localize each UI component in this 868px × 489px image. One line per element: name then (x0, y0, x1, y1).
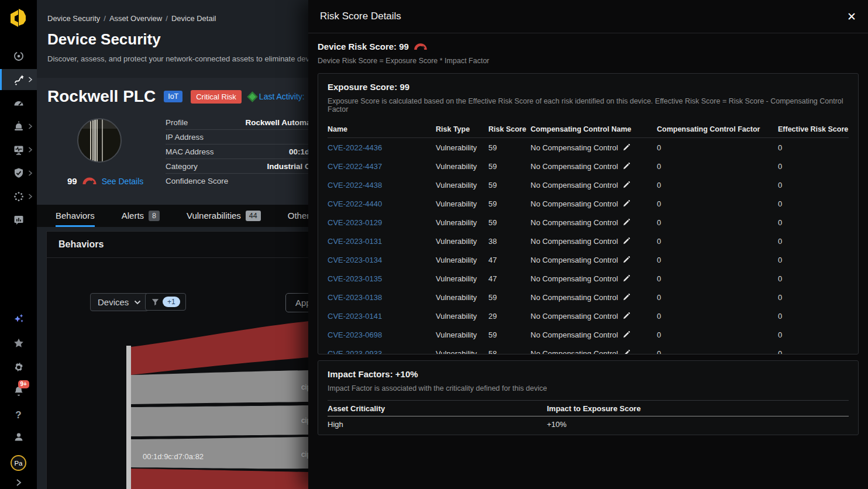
sidebar-item-help[interactable]: ? (15, 409, 21, 421)
table-row: CVE-2023-0135 Vulnerability 47 No Compen… (328, 269, 849, 288)
field-label: IP Address (166, 133, 204, 142)
sankey-source-node[interactable] (126, 346, 131, 489)
exposure-score-description: Exposure Score is calculated based on th… (328, 97, 849, 113)
control-factor-cell: 0 (657, 143, 778, 152)
column-header: Compensating Control Factor (657, 125, 778, 133)
see-details-link[interactable]: See Details (102, 177, 144, 186)
sidebar-item-radar[interactable] (0, 46, 37, 67)
risk-type-cell: Vulnerability (436, 218, 488, 227)
star-icon (13, 338, 25, 349)
cve-link[interactable]: CVE-2022-4440 (328, 199, 436, 208)
edit-pencil-icon[interactable] (623, 256, 630, 263)
effective-score-cell: 0 (778, 181, 849, 190)
sidebar-item-processes[interactable] (0, 186, 37, 207)
edit-pencil-icon[interactable] (623, 181, 630, 188)
breadcrumb-item[interactable]: Device Security (47, 14, 100, 23)
brand-logo-icon[interactable] (6, 5, 32, 32)
devices-dropdown[interactable]: Devices (90, 293, 149, 311)
filter-funnel-icon (151, 298, 160, 307)
control-name-cell: No Compensating Control (531, 181, 618, 190)
tab-behaviors[interactable]: Behaviors (56, 205, 95, 227)
sidebar-expand-button[interactable] (16, 478, 22, 489)
cve-link[interactable]: CVE-2022-4436 (328, 143, 436, 152)
cve-link[interactable]: CVE-2023-0138 (328, 293, 436, 302)
sidebar-item-alerts[interactable] (0, 116, 37, 137)
cve-link[interactable]: CVE-2022-4438 (328, 181, 436, 190)
edit-pencil-icon[interactable] (623, 294, 630, 301)
tab-vulnerabilities[interactable]: Vulnerabilities 44 (187, 205, 261, 227)
edit-pencil-icon[interactable] (623, 144, 630, 151)
cve-link[interactable]: CVE-2023-0131 (328, 237, 436, 246)
risk-type-cell: Vulnerability (436, 143, 488, 152)
radar-icon (13, 50, 25, 62)
edit-pencil-icon[interactable] (623, 331, 630, 338)
table-row: CVE-2023-0134 Vulnerability 47 No Compen… (328, 250, 849, 269)
tab-count-badge: 8 (149, 211, 160, 221)
breadcrumb-item[interactable]: Asset Overview (109, 14, 162, 23)
sidebar-item-device-security[interactable] (0, 69, 37, 90)
control-factor-cell: 0 (657, 162, 778, 171)
control-name-cell: No Compensating Control (531, 237, 618, 246)
sidebar-item-notifications[interactable]: 9+ (13, 385, 25, 400)
sidebar-item-dashboard[interactable] (0, 92, 37, 113)
impact-factors-card: Impact Factors: +10% Impact Factor is as… (318, 360, 859, 435)
avatar-initials: Pa (14, 460, 22, 467)
table-row: CVE-2022-4440 Vulnerability 59 No Compen… (328, 194, 849, 213)
cve-link[interactable]: CVE-2023-0698 (328, 330, 436, 339)
cve-link[interactable]: CVE-2023-0129 (328, 218, 436, 227)
user-icon (13, 431, 25, 443)
edit-pencil-icon[interactable] (623, 237, 630, 244)
risk-score-cell: 47 (488, 256, 531, 264)
impact-table-header: Asset Criticality Impact to Exposure Sco… (328, 401, 849, 416)
table-row: CVE-2022-4436 Vulnerability 59 No Compen… (328, 138, 849, 157)
panel-header: Risk Score Details ✕ (308, 0, 868, 33)
sidebar-item-ai-assistant[interactable] (12, 312, 25, 328)
risk-gauge-icon (414, 43, 427, 50)
tab-alerts[interactable]: Alerts 8 (122, 205, 160, 227)
filter-chip[interactable]: +1 (145, 293, 186, 311)
risk-score-cell: 38 (488, 237, 531, 246)
risk-type-cell: Vulnerability (436, 274, 488, 283)
edit-pencil-icon[interactable] (623, 200, 630, 207)
sankey-source-label: 00:1d:9c:d7:0a:82 (143, 452, 204, 461)
sidebar-item-user[interactable] (13, 431, 25, 445)
sidebar-item-reports[interactable] (0, 209, 37, 230)
close-icon[interactable]: ✕ (847, 11, 856, 22)
field-label: Profile (166, 118, 188, 127)
column-header: Risk Score (488, 125, 531, 133)
exposure-table: Name Risk Type Risk Score Compensating C… (328, 120, 849, 354)
table-row: High +10% (328, 416, 849, 432)
risk-score-cell: 59 (488, 199, 531, 208)
cve-link[interactable]: CVE-2023-0135 (328, 274, 436, 283)
behaviors-sankey-chart[interactable]: 00:1d:9c:d7:0a:82 cip cip- cip- (47, 314, 322, 489)
status-diamond-icon (249, 93, 256, 101)
exposure-score-card: Exposure Score: 99 Exposure Score is cal… (318, 73, 859, 354)
sidebar-item-monitoring[interactable] (0, 139, 37, 160)
cve-link[interactable]: CVE-2023-0933 (328, 349, 436, 355)
sidebar-item-settings[interactable] (13, 361, 25, 376)
effective-score-cell: 0 (778, 293, 849, 302)
breadcrumb-item: Device Detail (171, 14, 216, 23)
device-name: Rockwell PLC (47, 87, 156, 106)
edit-pencil-icon[interactable] (623, 163, 630, 170)
control-name-cell: No Compensating Control (531, 162, 618, 171)
chevron-down-icon (134, 300, 141, 305)
table-row: CVE-2022-4437 Vulnerability 59 No Compen… (328, 157, 849, 175)
edit-pencil-icon[interactable] (623, 350, 630, 354)
edit-pencil-icon[interactable] (623, 219, 630, 226)
edit-pencil-icon[interactable] (623, 312, 630, 319)
exposure-table-body: CVE-2022-4436 Vulnerability 59 No Compen… (328, 138, 849, 354)
cve-link[interactable]: CVE-2023-0134 (328, 256, 436, 264)
edit-pencil-icon[interactable] (623, 275, 630, 282)
field-label: Category (166, 162, 198, 171)
risk-score-cell: 47 (488, 274, 531, 283)
table-row: CVE-2023-0138 Vulnerability 59 No Compen… (328, 288, 849, 307)
last-activity-label: Last Activity: (259, 92, 305, 101)
cve-link[interactable]: CVE-2022-4437 (328, 162, 436, 171)
notification-count-badge: 9+ (18, 380, 29, 388)
sidebar-item-compliance[interactable] (0, 163, 37, 184)
avatar[interactable]: Pa (11, 455, 26, 471)
sidebar-item-favorites[interactable] (13, 338, 25, 352)
cve-link[interactable]: CVE-2023-0141 (328, 312, 436, 321)
settings-gear-icon (13, 361, 25, 373)
